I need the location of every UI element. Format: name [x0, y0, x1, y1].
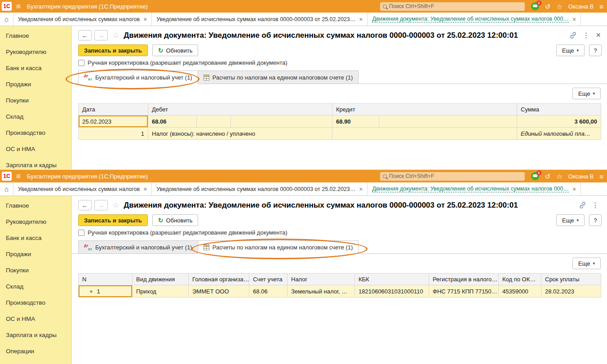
refresh-button[interactable]: ↻ Обновить [152, 44, 199, 56]
col-kbk[interactable]: КБК [355, 274, 429, 285]
col-sum[interactable]: Сумма [517, 104, 601, 115]
cell-empty[interactable] [332, 128, 517, 140]
sidebar-item-rukovoditelyu[interactable]: Руководителю [0, 214, 71, 230]
sidebar-item-zarplata-kadry[interactable]: Зарплата и кадры [0, 327, 71, 343]
history-icon[interactable]: ↺ [545, 3, 551, 10]
favorites-star-icon[interactable]: ☆ [556, 173, 562, 180]
cell-line-number[interactable]: +1 [79, 285, 133, 297]
refresh-button[interactable]: ↻ Обновить [152, 214, 199, 226]
back-button[interactable]: ← [78, 200, 92, 210]
get-link-icon[interactable] [569, 31, 577, 39]
user-name[interactable]: Оксана В [568, 3, 594, 10]
col-tax[interactable]: Налог [288, 274, 355, 285]
more-button[interactable]: Еще ▾ [556, 214, 585, 226]
user-name[interactable]: Оксана В [568, 173, 594, 180]
cell-account[interactable]: 68.06 [249, 285, 288, 297]
discussions-icon[interactable]: 2 [531, 172, 539, 180]
service-menu-icon[interactable]: ≡ [599, 3, 603, 10]
forward-button[interactable]: → [94, 30, 108, 40]
cell-registration[interactable]: ФНС 7715 КПП 77150… [429, 285, 499, 297]
close-icon[interactable]: × [572, 186, 576, 192]
col-n[interactable]: N [79, 274, 133, 285]
cell-due-date[interactable]: 28.02.2023 [541, 285, 601, 297]
cell-credit-account[interactable]: 68.90 [332, 115, 379, 128]
sidebar-item-operacii[interactable]: Операции [0, 343, 71, 360]
cell-kbk[interactable]: 18210606031031000110 [355, 285, 429, 297]
tab-notifications-list[interactable]: Уведомления об исчисленных суммах налого… [13, 182, 152, 195]
tab-notification-document[interactable]: Уведомление об исчисленных суммах налого… [152, 13, 368, 26]
more-menu-icon[interactable]: ⋮ [589, 201, 602, 209]
sidebar-item-os-nma[interactable]: ОС и НМА [0, 141, 71, 157]
tab-accounting-records[interactable]: ДтКт Бухгалтерский и налоговый учет (1) [78, 71, 198, 84]
table-row[interactable]: 25.02.2023 68.06 68.90 3 600,00 [79, 115, 601, 128]
manual-correction-checkbox[interactable] [78, 230, 84, 236]
sidebar-item-bank-kassa[interactable]: Банк и касса [0, 60, 71, 76]
more-menu-icon[interactable]: ⋮ [580, 31, 592, 40]
sidebar-item-pokupki[interactable]: Покупки [0, 93, 71, 109]
tab-document-movements[interactable]: Движения документа: Уведомление об исчис… [368, 182, 581, 195]
cell-organization[interactable]: ЭММЕТ ООО [189, 285, 249, 297]
sidebar-item-sklad[interactable]: Склад [0, 279, 71, 295]
sidebar-item-glavnoe[interactable]: Главное [0, 198, 71, 214]
close-icon[interactable]: × [143, 186, 147, 192]
expand-plus-icon[interactable]: + [89, 288, 93, 295]
col-movement-type[interactable]: Вид движения [133, 274, 189, 285]
table-row[interactable]: +1 Приход ЭММЕТ ООО 68.06 Земельный нало… [79, 285, 601, 297]
sidebar-item-prodazhi[interactable]: Продажи [0, 246, 71, 262]
global-search[interactable] [380, 2, 525, 11]
cell-sum-note[interactable]: Единый налоговый пла… [517, 128, 601, 140]
sidebar-item-proizvodstvo[interactable]: Производство [0, 295, 71, 311]
close-icon[interactable]: × [572, 16, 576, 22]
sidebar-item-os-nma[interactable]: ОС и НМА [0, 311, 71, 327]
sidebar-item-sklad[interactable]: Склад [0, 109, 71, 125]
cell-tax[interactable]: Земельный налог, … [288, 285, 355, 297]
search-input[interactable] [389, 173, 522, 179]
sidebar-item-pokupki[interactable]: Покупки [0, 262, 71, 279]
sidebar-item-glavnoe[interactable]: Главное [0, 28, 71, 44]
cell-date[interactable]: 25.02.2023 [79, 115, 148, 128]
table-more-button[interactable]: Еще ▾ [572, 257, 601, 269]
save-close-button[interactable]: Записать и закрыть [78, 214, 148, 226]
forward-button[interactable]: → [94, 200, 108, 210]
global-search[interactable] [380, 172, 525, 181]
home-button[interactable]: ⌂ [0, 13, 13, 26]
close-icon[interactable]: × [359, 16, 363, 22]
sidebar-item-rukovoditelyu[interactable]: Руководителю [0, 44, 71, 60]
help-button[interactable]: ? [589, 44, 602, 56]
sidebar-item-zarplata-kadry[interactable]: Зарплата и кадры [0, 157, 71, 170]
cell-sum[interactable]: 3 600,00 [517, 115, 601, 128]
col-account[interactable]: Счет учета [249, 274, 288, 285]
discussions-icon[interactable]: 2 [531, 2, 539, 10]
history-icon[interactable]: ↺ [545, 173, 551, 180]
cell-empty[interactable] [379, 115, 517, 128]
cell-movement-type[interactable]: Приход [133, 285, 189, 297]
col-date[interactable]: Дата [79, 104, 148, 115]
help-button[interactable]: ? [589, 214, 602, 226]
cell-debit-account[interactable]: 68.06 [148, 115, 197, 128]
favorite-star-icon[interactable]: ☆ [112, 31, 119, 40]
sidebar-item-bank-kassa[interactable]: Банк и касса [0, 230, 71, 246]
tab-unified-tax-account[interactable]: Расчеты по налогам на едином налоговом с… [198, 240, 359, 254]
table-more-button[interactable]: Еще ▾ [572, 88, 601, 99]
tab-notifications-list[interactable]: Уведомления об исчисленных суммах налого… [13, 13, 152, 26]
cell-line-number[interactable]: 1 [79, 128, 148, 140]
col-debit[interactable]: Дебет [148, 104, 332, 115]
close-window-icon[interactable]: × [595, 31, 602, 40]
home-button[interactable]: ⌂ [0, 182, 13, 195]
col-oktmo[interactable]: Код по ОК… [499, 274, 541, 285]
close-icon[interactable]: × [143, 16, 147, 22]
col-organization[interactable]: Головная организа… [189, 274, 249, 285]
back-button[interactable]: ← [78, 30, 92, 40]
cell-empty[interactable] [197, 115, 231, 128]
more-button[interactable]: Еще ▾ [556, 44, 585, 56]
main-menu-burger-icon[interactable]: ≡ [16, 173, 21, 180]
tab-unified-tax-account[interactable]: Расчеты по налогам на едином налоговом с… [198, 71, 359, 84]
save-close-button[interactable]: Записать и закрыть [78, 44, 148, 56]
tab-notification-document[interactable]: Уведомление об исчисленных суммах налого… [152, 182, 368, 195]
col-due-date[interactable]: Срок уплаты [541, 274, 601, 285]
table-row[interactable]: 1 Налог (взносы): начислено / уплачено Е… [79, 128, 601, 140]
sidebar-item-proizvodstvo[interactable]: Производство [0, 125, 71, 141]
close-icon[interactable]: × [359, 186, 363, 192]
col-credit[interactable]: Кредит [332, 104, 517, 115]
get-link-icon[interactable] [579, 201, 586, 209]
